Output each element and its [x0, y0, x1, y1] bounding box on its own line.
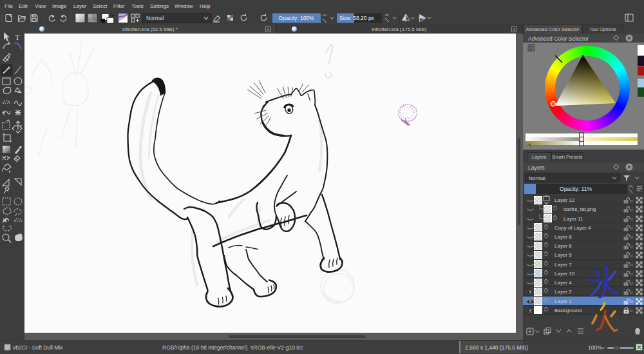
svg-text:Normal: Normal [146, 15, 164, 21]
svg-text:T: T [15, 32, 20, 42]
svg-text:Size: 58.20 px: Size: 58.20 px [339, 15, 375, 21]
svg-text:Opacity: 100%: Opacity: 100% [278, 15, 314, 21]
